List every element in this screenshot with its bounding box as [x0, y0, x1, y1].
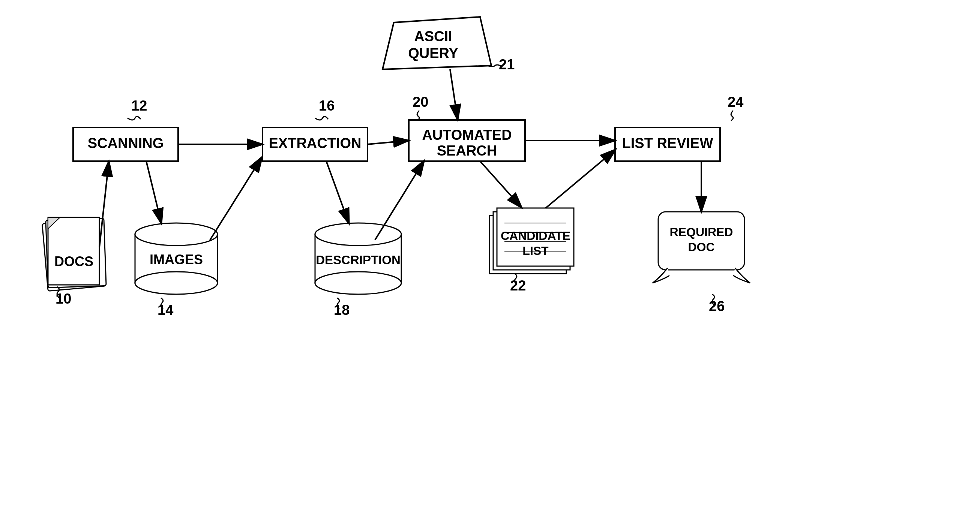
label-24: 24 [728, 94, 743, 110]
label-18: 18 [334, 302, 350, 318]
svg-point-12 [315, 272, 401, 294]
images-label: IMAGES [150, 252, 203, 267]
svg-marker-5 [48, 217, 99, 285]
label-22: 22 [510, 278, 526, 293]
required-doc-label1: REQUIRED [670, 225, 733, 239]
label-12: 12 [131, 98, 147, 114]
label-20: 20 [412, 94, 428, 110]
label-21: 21 [499, 57, 515, 72]
candidate-list-label1: CANDIDATE [501, 229, 570, 242]
svg-point-11 [315, 223, 401, 246]
label-16: 16 [319, 98, 334, 114]
ascii-query-label: ASCII [414, 29, 452, 44]
automated-search-label2: SEARCH [437, 143, 497, 158]
label-14: 14 [158, 302, 173, 318]
svg-point-9 [135, 272, 218, 294]
svg-point-8 [135, 223, 218, 246]
label-10: 10 [56, 291, 71, 307]
required-doc-label2: DOC [688, 240, 714, 254]
candidate-list-label2: LIST [522, 244, 549, 258]
description-label: DESCRIPTION [316, 253, 401, 267]
scanning-label: SCANNING [88, 135, 164, 151]
automated-search-label1: AUTOMATED [422, 127, 512, 143]
extraction-label: EXTRACTION [269, 135, 361, 151]
list-review-label: LIST REVIEW [622, 135, 713, 151]
ascii-query-label2: QUERY [408, 45, 458, 61]
docs-label: DOCS [54, 254, 93, 269]
label-26: 26 [709, 298, 725, 314]
